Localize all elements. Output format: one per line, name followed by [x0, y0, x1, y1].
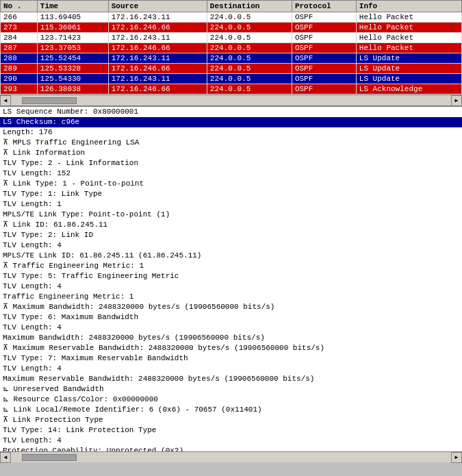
detail-line[interactable]: ⊼ Link Protection Type [0, 415, 462, 425]
cell-no: 284 [1, 33, 38, 43]
cell-source: 172.16.243.11 [108, 33, 207, 43]
cell-proto: OSPF [292, 33, 356, 43]
detail-line[interactable]: TLV Length: 4 [0, 364, 462, 374]
detail-line[interactable]: TLV Length: 4 [0, 436, 462, 446]
detail-line[interactable]: ⊼ Link Information [0, 148, 462, 158]
packet-table: No . Time Source Destination Protocol In… [0, 0, 462, 95]
cell-proto: OSPF [292, 43, 356, 53]
detail-line[interactable]: Maximum Reservable Bandwidth: 2488320000… [0, 374, 462, 384]
detail-line[interactable]: TLV Type: 6: Maximum Bandwidth [0, 312, 462, 323]
detail-line[interactable]: ⊼ Traffic Engineering Metric: 1 [0, 261, 462, 271]
cell-info: Hello Packet [356, 12, 461, 23]
cell-dest: 224.0.0.5 [207, 12, 292, 23]
detail-line[interactable]: TLV Length: 152 [0, 168, 462, 179]
col-no: No . [1, 1, 38, 12]
cell-time: 125.53328 [37, 64, 108, 74]
bottom-track [22, 454, 440, 461]
detail-line[interactable]: TLV Length: 4 [0, 240, 462, 251]
detail-line[interactable]: TLV Type: 14: Link Protection Type [0, 425, 462, 436]
cell-info: Hello Packet [356, 33, 461, 43]
cell-time: 123.71423 [37, 33, 108, 43]
detail-line[interactable]: TLV Length: 1 [0, 199, 462, 210]
detail-line[interactable]: TLV Length: 4 [0, 323, 462, 333]
cell-time: 125.54330 [37, 74, 108, 84]
table-row[interactable]: 289125.53328172.16.246.66224.0.0.5OSPFLS… [1, 64, 462, 74]
detail-line[interactable]: LS Sequence Number: 0x80000001 [0, 107, 462, 117]
hscroll-track [22, 97, 440, 104]
cell-source: 172.16.246.66 [108, 23, 207, 33]
detail-line[interactable]: Maximum Bandwidth: 2488320000 bytes/s (1… [0, 333, 462, 343]
detail-line[interactable]: LS Checksum: c96e [0, 117, 462, 127]
detail-line[interactable]: TLV Type: 7: Maximum Reservable Bandwidt… [0, 353, 462, 364]
table-row[interactable]: 284123.71423172.16.243.11224.0.0.5OSPFHe… [1, 33, 462, 43]
cell-source: 172.16.246.66 [108, 64, 207, 74]
detail-line[interactable]: TLV Length: 4 [0, 281, 462, 292]
cell-time: 123.37053 [37, 43, 108, 53]
cell-info: Hello Packet [356, 43, 461, 53]
detail-panel[interactable]: LS Sequence Number: 0x80000001 LS Checks… [0, 107, 462, 451]
cell-proto: OSPF [292, 12, 356, 23]
detail-line[interactable]: TLV Type: 1: Link Type [0, 189, 462, 199]
cell-source: 172.16.246.66 [108, 84, 207, 95]
hscroll-right-btn[interactable]: ▶ [451, 95, 462, 106]
cell-time: 113.69405 [37, 12, 108, 23]
cell-time: 115.36061 [37, 23, 108, 33]
detail-line[interactable]: Protection Capability: Unprotected (0x2) [0, 446, 462, 451]
cell-proto: OSPF [292, 84, 356, 95]
cell-no: 293 [1, 84, 38, 95]
detail-line[interactable]: ⊼ Link ID: 61.86.245.11 [0, 220, 462, 230]
col-destination: Destination [207, 1, 292, 12]
table-row[interactable]: 288125.52454172.16.243.11224.0.0.5OSPFLS… [1, 53, 462, 64]
detail-line[interactable]: ⊾ Resource Class/Color: 0x00000000 [0, 394, 462, 405]
cell-time: 125.52454 [37, 53, 108, 64]
table-row[interactable]: 273115.36061172.16.246.66224.0.0.5OSPFHe… [1, 23, 462, 33]
cell-proto: OSPF [292, 53, 356, 64]
table-scroll-area[interactable]: No . Time Source Destination Protocol In… [0, 0, 462, 95]
bottom-scroll-left[interactable]: ◀ [0, 452, 11, 463]
detail-line[interactable]: ⊾ Link Local/Remote Identifier: 6 (0x6) … [0, 405, 462, 415]
detail-line[interactable]: ⊼ MPLS Traffic Engineering LSA [0, 138, 462, 148]
cell-dest: 224.0.0.5 [207, 43, 292, 53]
table-row[interactable]: 266113.69405172.16.243.11224.0.0.5OSPFHe… [1, 12, 462, 23]
cell-info: LS Acknowledge [356, 84, 461, 95]
cell-source: 172.16.243.11 [108, 12, 207, 23]
cell-dest: 224.0.0.5 [207, 84, 292, 95]
detail-line[interactable]: Traffic Engineering Metric: 1 [0, 292, 462, 302]
detail-line[interactable]: TLV Type: 2: Link ID [0, 230, 462, 240]
col-protocol: Protocol [292, 1, 356, 12]
cell-proto: OSPF [292, 64, 356, 74]
detail-line[interactable]: ⊼ Link Type: 1 - Point-to-point [0, 179, 462, 189]
detail-line[interactable]: TLV Type: 5: Traffic Engineering Metric [0, 271, 462, 281]
table-row[interactable]: 287123.37053172.16.246.66224.0.0.5OSPFHe… [1, 43, 462, 53]
cell-proto: OSPF [292, 23, 356, 33]
cell-dest: 224.0.0.5 [207, 23, 292, 33]
cell-info: LS Update [356, 53, 461, 64]
detail-line[interactable]: Length: 176 [0, 127, 462, 138]
packet-table-container: No . Time Source Destination Protocol In… [0, 0, 462, 107]
detail-line[interactable]: ⊾ Unreserved Bandwidth [0, 384, 462, 394]
bottom-scrollbar[interactable]: ◀ ▶ [0, 451, 462, 462]
bottom-scroll-right[interactable]: ▶ [451, 452, 462, 463]
hscroll-left-btn[interactable]: ◀ [0, 95, 11, 106]
table-hscrollbar[interactable]: ◀ ▶ [0, 95, 462, 105]
col-time: Time [37, 1, 108, 12]
detail-line[interactable]: ⊼ Maximum Bandwidth: 2488320000 bytes/s … [0, 302, 462, 312]
cell-dest: 224.0.0.5 [207, 53, 292, 64]
detail-line[interactable]: MPLS/TE Link Type: Point-to-point (1) [0, 210, 462, 220]
cell-info: LS Update [356, 64, 461, 74]
cell-info: Hello Packet [356, 23, 461, 33]
cell-source: 172.16.243.11 [108, 74, 207, 84]
detail-line[interactable]: TLV Type: 2 - Link Information [0, 158, 462, 168]
table-row[interactable]: 293126.38038172.16.246.66224.0.0.5OSPFLS… [1, 84, 462, 95]
col-source: Source [108, 1, 207, 12]
hscroll-thumb[interactable] [22, 97, 77, 104]
detail-line[interactable]: MPLS/TE Link ID: 61.86.245.11 (61.86.245… [0, 251, 462, 261]
detail-line[interactable]: ⊼ Maximum Reservable Bandwidth: 24883200… [0, 343, 462, 353]
cell-dest: 224.0.0.5 [207, 74, 292, 84]
table-row[interactable]: 290125.54330172.16.243.11224.0.0.5OSPFLS… [1, 74, 462, 84]
cell-no: 288 [1, 53, 38, 64]
bottom-thumb[interactable] [22, 454, 77, 461]
col-info: Info [356, 1, 461, 12]
cell-no: 273 [1, 23, 38, 33]
table-header-row: No . Time Source Destination Protocol In… [1, 1, 462, 12]
